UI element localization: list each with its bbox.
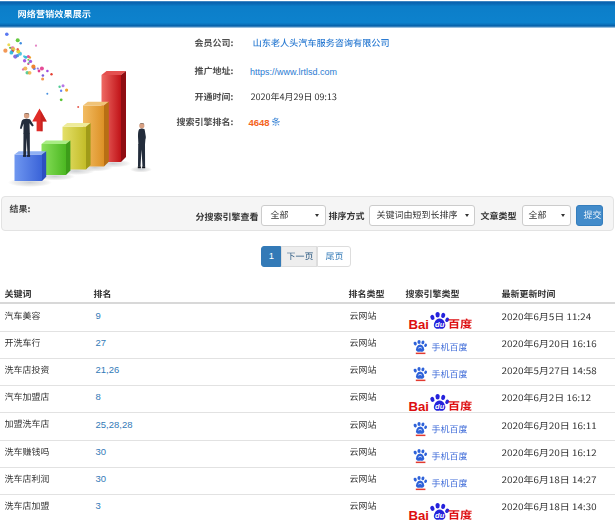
svg-text:Bai: Bai	[409, 317, 430, 331]
svg-text:Bai: Bai	[409, 507, 430, 520]
svg-text:Bai: Bai	[409, 398, 430, 412]
